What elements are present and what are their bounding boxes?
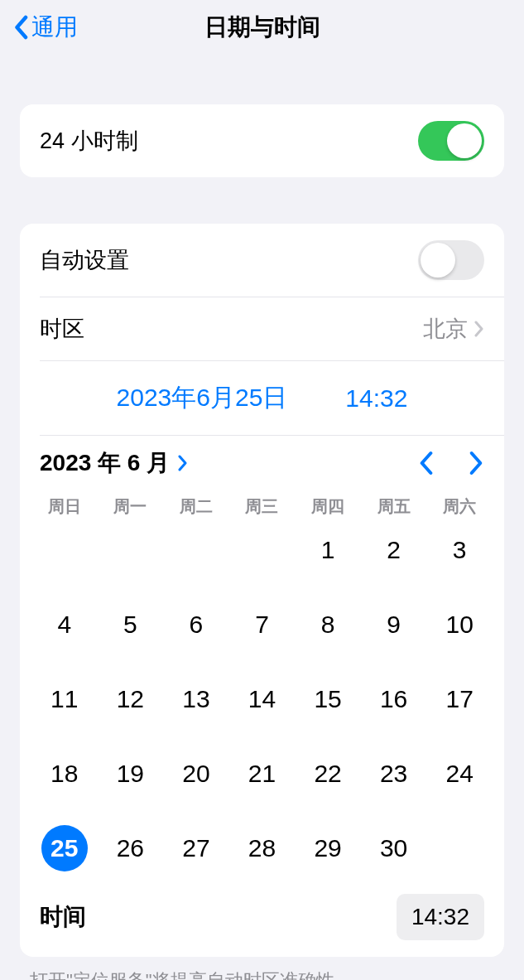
day-number: 7: [238, 601, 285, 648]
day-cell[interactable]: 7: [229, 599, 296, 650]
month-label: 2023 年 6 月: [40, 447, 170, 479]
day-number: 13: [173, 676, 219, 722]
month-nav: 2023 年 6 月: [20, 436, 504, 487]
day-cell[interactable]: 11: [31, 673, 98, 725]
day-number: 20: [173, 751, 219, 797]
day-number: 25: [41, 825, 88, 871]
page-title: 日期与时间: [204, 12, 320, 43]
day-cell[interactable]: 13: [163, 673, 229, 725]
day-cell[interactable]: 16: [361, 673, 427, 725]
day-number: 9: [371, 601, 417, 648]
day-number: 28: [238, 825, 285, 871]
day-number: 21: [238, 751, 285, 797]
day-cell[interactable]: 6: [163, 599, 229, 650]
day-cell[interactable]: 9: [361, 599, 427, 650]
next-month-button[interactable]: [468, 450, 484, 476]
weekday-label: 周四: [295, 495, 361, 518]
day-cell[interactable]: 3: [426, 524, 493, 576]
clock-format-section: 24 小时制: [20, 104, 504, 177]
chevron-right-icon: [474, 321, 484, 337]
day-cell[interactable]: 27: [163, 823, 229, 874]
day-number: 8: [305, 601, 351, 648]
day-number: 29: [305, 825, 351, 871]
day-cell[interactable]: 30: [361, 823, 427, 874]
day-number: 30: [371, 825, 417, 871]
back-label: 通用: [31, 12, 78, 43]
switch-knob: [447, 123, 482, 158]
timezone-row[interactable]: 时区 北京: [20, 297, 504, 360]
timezone-value: 北京: [423, 314, 468, 344]
datetime-section: 自动设置 时区 北京 2023年6月25日 14:32 2023 年 6 月: [20, 224, 504, 957]
day-cell-empty: [229, 524, 296, 576]
day-number: 10: [436, 601, 483, 648]
day-cell[interactable]: 10: [426, 599, 493, 650]
day-cell-empty: [31, 524, 98, 576]
date-display[interactable]: 2023年6月25日: [117, 381, 288, 415]
autoset-label: 自动设置: [40, 245, 129, 275]
day-cell[interactable]: 29: [295, 823, 361, 874]
day-cell[interactable]: 22: [295, 748, 361, 799]
day-cell[interactable]: 2: [361, 524, 427, 576]
chevron-right-icon: [178, 455, 188, 471]
prev-month-button[interactable]: [418, 450, 435, 476]
time-label: 时间: [40, 901, 86, 933]
weekday-label: 周三: [229, 495, 296, 518]
weekday-label: 周二: [163, 495, 229, 518]
day-cell[interactable]: 20: [163, 748, 229, 799]
day-number: 26: [107, 825, 153, 871]
weekday-label: 周五: [361, 495, 427, 518]
footer-note: 打开"定位服务"将提高自动时区准确性。: [0, 957, 524, 980]
day-cell[interactable]: 28: [229, 823, 296, 874]
day-number: 14: [238, 676, 285, 722]
timezone-label: 时区: [40, 314, 84, 344]
clock-24h-toggle[interactable]: [418, 121, 484, 161]
day-number: 2: [371, 527, 417, 573]
time-picker-button[interactable]: 14:32: [397, 894, 484, 940]
autoset-row: 自动设置: [20, 224, 504, 297]
day-number: 18: [41, 751, 88, 797]
day-number: 27: [173, 825, 219, 871]
clock-24h-row: 24 小时制: [20, 104, 504, 177]
day-cell[interactable]: 24: [426, 748, 493, 799]
day-cell-empty: [98, 524, 164, 576]
back-button[interactable]: 通用: [13, 12, 78, 43]
day-number: 6: [173, 601, 219, 648]
day-cell[interactable]: 26: [98, 823, 164, 874]
day-number: 23: [371, 751, 417, 797]
timezone-value-wrap: 北京: [423, 314, 484, 344]
day-number: 22: [305, 751, 351, 797]
chevron-left-icon: [13, 15, 28, 40]
day-cell[interactable]: 5: [98, 599, 164, 650]
day-number: 11: [41, 676, 88, 722]
weekday-label: 周一: [98, 495, 164, 518]
month-picker-button[interactable]: 2023 年 6 月: [40, 447, 188, 479]
weekday-row: 周日周一周二周三周四周五周六: [20, 487, 504, 521]
day-cell[interactable]: 12: [98, 673, 164, 725]
switch-knob: [421, 243, 455, 278]
autoset-toggle[interactable]: [418, 240, 484, 280]
day-cell[interactable]: 23: [361, 748, 427, 799]
day-number: 4: [41, 601, 88, 648]
day-cell[interactable]: 25: [31, 823, 98, 874]
day-cell[interactable]: 1: [295, 524, 361, 576]
day-number: 16: [371, 676, 417, 722]
day-number: 1: [305, 527, 351, 573]
day-cell[interactable]: 21: [229, 748, 296, 799]
weekday-label: 周日: [31, 495, 98, 518]
day-number: 19: [107, 751, 153, 797]
day-cell[interactable]: 19: [98, 748, 164, 799]
weekday-label: 周六: [426, 495, 493, 518]
day-cell[interactable]: 17: [426, 673, 493, 725]
day-number: 15: [305, 676, 351, 722]
time-display[interactable]: 14:32: [345, 384, 407, 413]
day-cell[interactable]: 4: [31, 599, 98, 650]
day-cell[interactable]: 14: [229, 673, 296, 725]
day-number: 5: [107, 601, 153, 648]
day-cell[interactable]: 18: [31, 748, 98, 799]
clock-24h-label: 24 小时制: [40, 126, 138, 156]
day-cell[interactable]: 8: [295, 599, 361, 650]
day-number: 17: [436, 676, 483, 722]
day-cell[interactable]: 15: [295, 673, 361, 725]
datetime-display-row: 2023年6月25日 14:32: [20, 361, 504, 435]
month-nav-arrows: [418, 450, 484, 476]
